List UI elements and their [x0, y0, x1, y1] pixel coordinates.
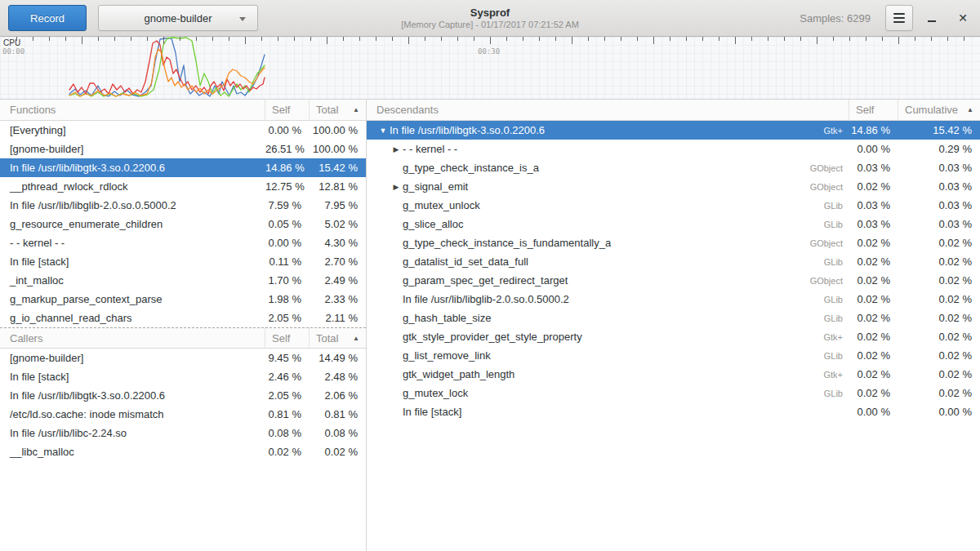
ruler-tick: [572, 37, 572, 44]
tree-row[interactable]: ▶g_signal_emitGObject0.02 %0.03 %: [367, 177, 980, 196]
tree-row[interactable]: g_type_check_instance_is_aGObject0.03 %0…: [367, 158, 980, 177]
table-row[interactable]: In file /usr/lib/libgtk-3.so.0.2200.614.…: [0, 158, 366, 177]
library-tag: Gtk+: [823, 370, 849, 380]
tree-row[interactable]: g_mutex_lockGLib0.02 %0.02 %: [367, 384, 980, 402]
row-name: __pthread_rwlock_rdlock: [0, 180, 265, 193]
tree-row[interactable]: ▼In file /usr/lib/libgtk-3.so.0.2200.6Gt…: [367, 121, 980, 140]
row-name: g_datalist_id_set_data_full: [403, 256, 528, 268]
column-header-descendants[interactable]: Descendants: [367, 100, 849, 121]
tree-row[interactable]: gtk_style_provider_get_style_propertyGtk…: [367, 327, 980, 346]
cpu-graph[interactable]: CPU 00:00 00:30: [0, 37, 980, 100]
column-header-total[interactable]: Total ▲: [310, 327, 366, 349]
row-self-value: 0.02 %: [849, 387, 898, 399]
expander-icon[interactable]: ▶: [390, 145, 403, 153]
minimize-button[interactable]: [920, 6, 944, 30]
row-name-cell: In file [stack]: [367, 406, 849, 418]
table-row[interactable]: In file /usr/lib/libgtk-3.so.0.2200.62.0…: [0, 386, 366, 405]
hamburger-icon: [893, 13, 905, 15]
expander-icon[interactable]: ▼: [376, 127, 390, 135]
ruler-tick: [114, 37, 115, 41]
row-name: gtk_style_provider_get_style_property: [403, 331, 582, 343]
table-row[interactable]: - - kernel - -0.00 %4.30 %: [0, 233, 366, 252]
close-button[interactable]: ✕: [951, 6, 975, 30]
row-self-value: 2.05 %: [265, 389, 310, 402]
tree-row[interactable]: gtk_widget_path_lengthGtk+0.02 %0.02 %: [367, 365, 980, 384]
table-row[interactable]: [gnome-builder]26.51 %100.00 %: [0, 140, 366, 158]
column-header-self[interactable]: Self: [265, 100, 310, 121]
expander-icon[interactable]: ▶: [390, 183, 403, 191]
row-total-value: 0.81 %: [310, 408, 366, 420]
table-row[interactable]: g_io_channel_read_chars2.05 %2.11 %: [0, 309, 366, 327]
row-self-value: 0.11 %: [265, 256, 310, 268]
row-self-value: 0.02 %: [849, 237, 898, 249]
ruler-tick: [180, 37, 180, 41]
table-row[interactable]: [Everything]0.00 %100.00 %: [0, 121, 366, 140]
row-name: g_hash_table_size: [403, 312, 491, 324]
table-row[interactable]: __libc_malloc0.02 %0.02 %: [0, 442, 366, 461]
column-header-functions[interactable]: Functions: [0, 100, 265, 121]
row-name: In file /usr/lib/libglib-2.0.so.0.5000.2: [403, 293, 569, 305]
table-row[interactable]: /etc/ld.so.cache: inode mismatch0.81 %0.…: [0, 405, 366, 424]
table-row[interactable]: __pthread_rwlock_rdlock12.75 %12.81 %: [0, 177, 366, 196]
ruler-tick: [278, 37, 278, 41]
row-name: - - kernel - -: [403, 143, 457, 155]
ruler-tick: [441, 37, 442, 41]
row-self-value: 0.05 %: [265, 218, 310, 230]
column-header-self[interactable]: Self: [265, 327, 310, 349]
menu-button[interactable]: [885, 5, 913, 31]
tree-row[interactable]: g_list_remove_linkGLib0.02 %0.02 %: [367, 346, 980, 365]
table-row[interactable]: _int_malloc1.70 %2.49 %: [0, 271, 366, 290]
ruler-tick: [882, 37, 883, 41]
table-row[interactable]: g_markup_parse_context_parse1.98 %2.33 %: [0, 290, 366, 309]
row-name: g_resource_enumerate_children: [0, 218, 265, 230]
tree-row[interactable]: g_slice_allocGLib0.03 %0.03 %: [367, 215, 980, 233]
table-row[interactable]: In file [stack]0.11 %2.70 %: [0, 252, 366, 271]
row-self-value: 2.05 %: [265, 312, 310, 324]
row-cumulative-value: 0.03 %: [898, 180, 980, 193]
process-selector-dropdown[interactable]: gnome-builder: [98, 5, 258, 31]
row-self-value: 0.00 %: [849, 406, 898, 418]
ruler-tick: [915, 37, 915, 41]
library-tag: GLib: [824, 313, 849, 323]
functions-table-header: Functions Self Total ▲: [0, 100, 366, 121]
tree-row[interactable]: g_datalist_id_set_data_fullGLib0.02 %0.0…: [367, 252, 980, 271]
tree-row[interactable]: g_type_check_instance_is_fundamentally_a…: [367, 233, 980, 252]
tree-row[interactable]: In file /usr/lib/libglib-2.0.so.0.5000.2…: [367, 290, 980, 309]
row-total-value: 100.00 %: [310, 143, 366, 155]
row-cumulative-value: 0.03 %: [898, 199, 980, 211]
ruler-tick: [310, 37, 311, 41]
row-self-value: 0.81 %: [265, 408, 310, 420]
column-header-callers[interactable]: Callers: [0, 327, 265, 349]
ruler-tick: [833, 37, 834, 41]
library-tag: GLib: [824, 257, 849, 267]
tree-row[interactable]: g_param_spec_get_redirect_targetGObject0…: [367, 271, 980, 290]
table-row[interactable]: [gnome-builder]9.45 %14.49 %: [0, 349, 366, 367]
tree-row[interactable]: g_hash_table_sizeGLib0.02 %0.02 %: [367, 309, 980, 327]
row-total-value: 0.08 %: [310, 427, 366, 439]
tree-row[interactable]: g_mutex_unlockGLib0.03 %0.03 %: [367, 196, 980, 215]
callers-table-header: Callers Self Total ▲: [0, 327, 366, 349]
ruler-tick: [555, 37, 556, 41]
ruler-tick: [490, 37, 491, 44]
row-name: gtk_widget_path_length: [403, 368, 514, 380]
ruler-tick: [670, 37, 670, 41]
table-row[interactable]: In file /usr/lib/libglib-2.0.so.0.5000.2…: [0, 196, 366, 215]
table-row[interactable]: g_resource_enumerate_children0.05 %5.02 …: [0, 215, 366, 233]
row-name-cell: In file /usr/lib/libglib-2.0.so.0.5000.2…: [367, 293, 849, 305]
column-header-cumulative[interactable]: Cumulative ▲: [898, 100, 980, 121]
table-row[interactable]: In file /usr/lib/libc-2.24.so0.08 %0.08 …: [0, 424, 366, 442]
record-button[interactable]: Record: [8, 5, 87, 31]
tree-row[interactable]: In file [stack]0.00 %0.00 %: [367, 402, 980, 421]
table-row[interactable]: In file [stack]2.46 %2.48 %: [0, 367, 366, 386]
row-self-value: 0.00 %: [265, 237, 310, 249]
row-self-value: 9.45 %: [265, 352, 310, 364]
column-header-self[interactable]: Self: [849, 100, 898, 121]
row-self-value: 12.75 %: [265, 180, 310, 193]
row-name: [gnome-builder]: [0, 143, 265, 155]
row-name: [Everything]: [0, 124, 265, 136]
descendants-table-header: Descendants Self Cumulative ▲: [367, 100, 980, 121]
tree-row[interactable]: ▶- - kernel - -0.00 %0.29 %: [367, 140, 980, 158]
library-tag: GObject: [810, 276, 849, 286]
ruler-tick: [98, 37, 99, 41]
column-header-total[interactable]: Total ▲: [310, 100, 366, 121]
